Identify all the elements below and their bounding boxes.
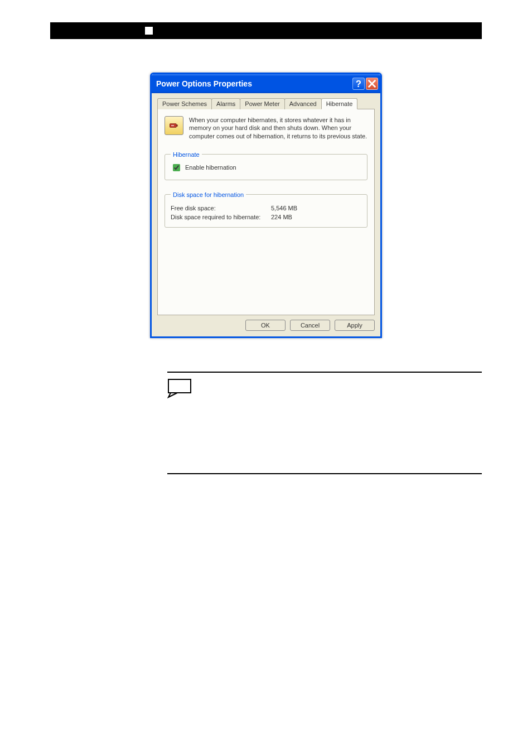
dialog-body: Power Schemes Alarms Power Meter Advance… bbox=[152, 93, 380, 336]
tab-power-meter[interactable]: Power Meter bbox=[240, 98, 284, 109]
tab-power-schemes[interactable]: Power Schemes bbox=[157, 98, 212, 109]
help-button[interactable]: ? bbox=[352, 78, 365, 90]
tab-strip: Power Schemes Alarms Power Meter Advance… bbox=[157, 98, 375, 109]
intro-text: When your computer hibernates, it stores… bbox=[189, 116, 367, 140]
tab-hibernate[interactable]: Hibernate bbox=[321, 98, 358, 109]
required-disk-value: 224 MB bbox=[271, 214, 292, 220]
battery-plug-icon bbox=[168, 120, 180, 131]
free-disk-label: Free disk space: bbox=[171, 205, 271, 211]
help-icon: ? bbox=[353, 78, 364, 89]
required-disk-row: Disk space required to hibernate: 224 MB bbox=[171, 214, 361, 220]
diskspace-legend: Disk space for hibernation bbox=[171, 191, 246, 198]
power-options-dialog: Power Options Properties ? Power Schemes… bbox=[150, 73, 382, 338]
titlebar-buttons: ? bbox=[352, 78, 378, 90]
tab-advanced[interactable]: Advanced bbox=[284, 98, 322, 109]
close-button[interactable] bbox=[366, 78, 378, 90]
note-icon bbox=[167, 378, 194, 398]
dialog-titlebar: Power Options Properties ? bbox=[152, 74, 380, 93]
dialog-button-row: OK Cancel Apply bbox=[157, 320, 375, 331]
tab-panel-hibernate: When your computer hibernates, it stores… bbox=[157, 109, 375, 315]
tab-alarms[interactable]: Alarms bbox=[211, 98, 240, 109]
diskspace-fieldset: Disk space for hibernation Free disk spa… bbox=[165, 191, 367, 228]
enable-hibernation-label: Enable hibernation bbox=[185, 164, 236, 171]
free-disk-value: 5,546 MB bbox=[271, 205, 297, 211]
ok-button[interactable]: OK bbox=[245, 320, 286, 331]
required-disk-label: Disk space required to hibernate: bbox=[171, 214, 271, 220]
free-disk-row: Free disk space: 5,546 MB bbox=[171, 205, 361, 211]
svg-rect-2 bbox=[176, 124, 178, 126]
intro-row: When your computer hibernates, it stores… bbox=[165, 116, 367, 140]
hibernate-legend: Hibernate bbox=[171, 151, 202, 158]
apply-button[interactable]: Apply bbox=[335, 320, 375, 331]
svg-text:?: ? bbox=[356, 79, 361, 89]
close-icon bbox=[366, 78, 378, 89]
header-square-decor bbox=[145, 27, 153, 35]
hibernate-icon bbox=[165, 116, 183, 135]
note-section bbox=[167, 372, 482, 474]
cancel-button[interactable]: Cancel bbox=[290, 320, 330, 331]
enable-hibernation-row[interactable]: Enable hibernation bbox=[171, 162, 361, 173]
svg-rect-3 bbox=[168, 379, 191, 393]
dialog-title: Power Options Properties bbox=[156, 79, 252, 88]
enable-hibernation-checkbox[interactable] bbox=[173, 164, 180, 171]
hibernate-fieldset: Hibernate Enable hibernation bbox=[165, 151, 367, 180]
page-header-bar bbox=[50, 22, 482, 39]
